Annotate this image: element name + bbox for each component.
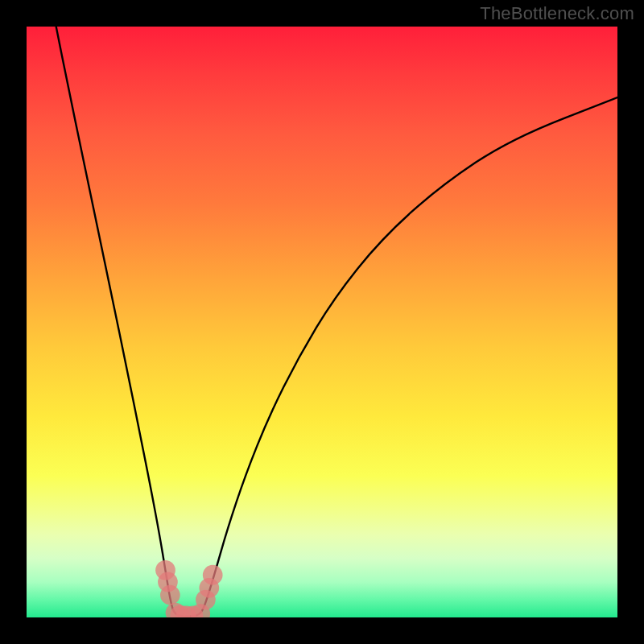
- plot-area: [27, 27, 617, 617]
- data-marker: [203, 565, 223, 585]
- watermark-text: TheBottleneck.com: [480, 3, 634, 24]
- marker-group: [155, 560, 222, 617]
- chart-frame: TheBottleneck.com: [0, 0, 644, 644]
- curve-layer: [27, 27, 617, 617]
- data-marker: [160, 585, 180, 605]
- bottleneck-curve: [56, 27, 617, 617]
